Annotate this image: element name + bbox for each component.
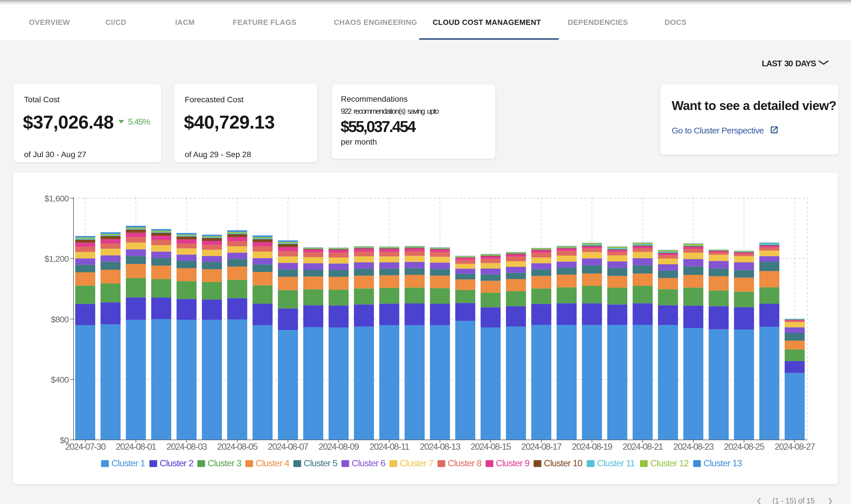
svg-text:Cluster 9: Cluster 9 — [496, 458, 529, 468]
svg-text:2024-08-15: 2024-08-15 — [471, 442, 511, 452]
svg-text:$400: $400 — [51, 375, 69, 384]
svg-text:Cluster 10: Cluster 10 — [544, 458, 582, 468]
svg-text:2024-07-30: 2024-07-30 — [65, 442, 106, 452]
svg-text:Cluster 3: Cluster 3 — [208, 458, 241, 468]
svg-text:2024-08-03: 2024-08-03 — [167, 442, 207, 452]
svg-text:$800: $800 — [51, 314, 69, 324]
svg-text:Cluster 13: Cluster 13 — [704, 458, 742, 468]
svg-text:2024-08-05: 2024-08-05 — [217, 442, 258, 452]
svg-text:Cluster 4: Cluster 4 — [256, 458, 289, 468]
svg-text:2024-08-21: 2024-08-21 — [623, 442, 663, 452]
svg-text:Cluster 11: Cluster 11 — [597, 458, 635, 468]
svg-text:Cluster 7: Cluster 7 — [400, 458, 434, 468]
svg-text:2024-08-07: 2024-08-07 — [268, 442, 308, 452]
svg-text:2024-08-01: 2024-08-01 — [116, 442, 156, 452]
svg-text:2024-08-13: 2024-08-13 — [420, 442, 460, 452]
svg-text:Cluster 12: Cluster 12 — [650, 458, 689, 468]
svg-text:2024-08-11: 2024-08-11 — [369, 442, 409, 452]
svg-text:$1,600: $1,600 — [44, 194, 69, 203]
svg-text:2024-08-23: 2024-08-23 — [673, 442, 714, 452]
svg-text:Cluster 8: Cluster 8 — [448, 458, 482, 468]
svg-text:2024-08-27: 2024-08-27 — [775, 442, 815, 452]
svg-text:2024-08-19: 2024-08-19 — [572, 442, 612, 452]
svg-text:Cluster 1: Cluster 1 — [111, 458, 145, 468]
svg-text:2024-08-09: 2024-08-09 — [318, 442, 359, 452]
svg-text:Cluster 2: Cluster 2 — [160, 458, 194, 468]
svg-text:Cluster 5: Cluster 5 — [304, 458, 337, 468]
svg-text:2024-08-25: 2024-08-25 — [724, 442, 764, 452]
svg-text:$1,200: $1,200 — [44, 254, 69, 264]
svg-text:2024-08-17: 2024-08-17 — [521, 442, 562, 452]
svg-text:Cluster 6: Cluster 6 — [352, 458, 385, 468]
